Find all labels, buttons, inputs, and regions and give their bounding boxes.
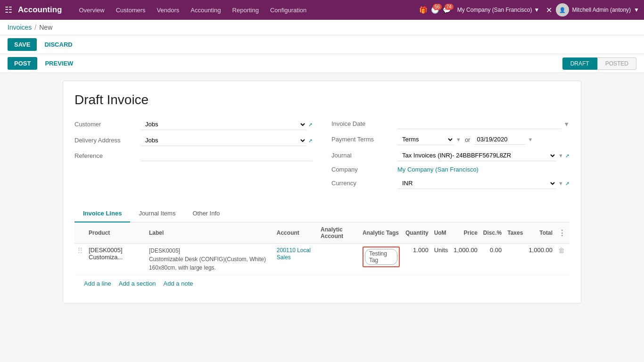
reference-label: Reference [74, 152, 140, 159]
delivery-value-wrap: Jobs ➚ [140, 135, 313, 146]
td-total: 1,000.00 [526, 244, 555, 275]
journal-external-link-icon[interactable]: ➚ [565, 153, 570, 159]
nav-reporting[interactable]: Reporting [228, 5, 264, 16]
nav-accounting[interactable]: Accounting [186, 5, 225, 16]
td-account[interactable]: 200110 Local Sales [274, 244, 318, 275]
add-line-link[interactable]: Add a line [84, 280, 111, 287]
th-drag [74, 222, 86, 244]
journal-label: Journal [331, 152, 397, 159]
timer-badge: 56 [433, 4, 442, 10]
invoice-date-input[interactable] [397, 119, 561, 129]
th-actions: ⋮ [555, 222, 570, 244]
payment-terms-select[interactable]: Terms [397, 134, 454, 145]
company-value[interactable]: My Company (San Francisco) [397, 166, 479, 173]
product-label-text: [DESK0005] Customizable Desk (CONFIG)(Cu… [149, 247, 271, 272]
form-left: Customer Jobs ➚ Delivery Address Jobs [74, 119, 313, 194]
preview-button[interactable]: PREVIEW [41, 57, 77, 70]
td-disc[interactable]: 0.00 [480, 244, 504, 275]
td-product[interactable]: [DESK0005] Customiza... [86, 244, 146, 275]
chat-icon[interactable]: 💬 74 [443, 6, 451, 14]
status-bar: POST PREVIEW DRAFT POSTED [0, 54, 644, 73]
company-selector[interactable]: My Company (San Francisco) ▼ [454, 7, 543, 13]
nav-overview[interactable]: Overview [74, 5, 109, 16]
avatar: 👤 [556, 3, 569, 16]
company-name: My Company (San Francisco) [457, 7, 532, 13]
delivery-external-link-icon[interactable]: ➚ [308, 138, 313, 144]
table-header-row: Product Label Account Analytic Account A… [74, 222, 570, 244]
invoice-date-chevron-icon: ▼ [563, 121, 570, 128]
td-label[interactable]: [DESK0005] Customizable Desk (CONFIG)(Cu… [146, 244, 274, 275]
apps-grid-icon[interactable]: ☷ [5, 5, 12, 15]
customer-row: Customer Jobs ➚ [74, 119, 313, 130]
analytic-tag-badge[interactable]: Testing Tag [365, 249, 397, 265]
td-price[interactable]: 1,000.00 [451, 244, 480, 275]
nav-customers[interactable]: Customers [111, 5, 150, 16]
payment-terms-wrap: Terms ▼ or ▼ [397, 134, 570, 145]
journal-wrap: Tax Invoices (INR)- 24BBBFF5679L8ZR ▼ ➚ [397, 150, 570, 161]
uom-value: Units [434, 247, 448, 254]
customer-external-link-icon[interactable]: ➚ [308, 122, 313, 128]
delete-row-icon[interactable]: 🗑 [558, 247, 565, 254]
td-analytic-tags[interactable]: Testing Tag [360, 244, 403, 275]
add-note-link[interactable]: Add a note [164, 280, 193, 287]
price-value: 1,000.00 [454, 247, 478, 254]
status-draft[interactable]: DRAFT [562, 58, 597, 70]
invoice-title: Draft Invoice [74, 92, 570, 107]
th-account: Account [274, 222, 318, 244]
journal-chevron-icon: ▼ [558, 153, 563, 158]
analytic-tags-highlight: Testing Tag [363, 247, 400, 267]
product-name: [DESK0005] Customiza... [89, 247, 123, 261]
currency-wrap: INR ▼ ➚ [397, 178, 570, 189]
nav-vendors[interactable]: Vendors [152, 5, 184, 16]
drag-handle-icon[interactable]: ⠿ [77, 247, 83, 255]
action-bar: SAVE DISCARD [0, 35, 644, 54]
form-section: Customer Jobs ➚ Delivery Address Jobs [74, 119, 570, 194]
tab-other-info[interactable]: Other Info [184, 205, 228, 222]
timer-icon[interactable]: 🕐 56 [431, 6, 439, 14]
add-section-link[interactable]: Add a section [119, 280, 156, 287]
payment-terms-chevron-icon: ▼ [456, 137, 461, 142]
delivery-label: Delivery Address [74, 137, 140, 144]
delivery-select[interactable]: Jobs [140, 135, 306, 146]
td-delete[interactable]: 🗑 [555, 244, 570, 275]
th-total: Total [526, 222, 555, 244]
reference-input[interactable] [140, 151, 313, 161]
nav-configuration[interactable]: Configuration [265, 5, 311, 16]
user-name: Mitchell Admin (antony) [572, 7, 631, 13]
close-icon[interactable]: ✕ [546, 6, 552, 15]
user-menu[interactable]: 👤 Mitchell Admin (antony) ▼ [556, 3, 639, 16]
post-button[interactable]: POST [8, 57, 37, 70]
currency-select[interactable]: INR [397, 178, 556, 189]
tab-journal-items[interactable]: Journal Items [130, 205, 184, 222]
tab-invoice-lines[interactable]: Invoice Lines [74, 205, 130, 222]
th-analytic-tags: Analytic Tags [360, 222, 403, 244]
payment-terms-date-input[interactable] [474, 134, 526, 145]
company-row: Company My Company (San Francisco) [331, 166, 570, 173]
th-disc: Disc.% [480, 222, 504, 244]
currency-label: Currency [331, 180, 397, 187]
td-taxes[interactable] [504, 244, 526, 275]
journal-select[interactable]: Tax Invoices (INR)- 24BBBFF5679L8ZR [397, 150, 556, 161]
td-analytic-account[interactable] [318, 244, 360, 275]
journal-row: Journal Tax Invoices (INR)- 24BBBFF5679L… [331, 150, 570, 161]
add-links: Add a line Add a section Add a note [84, 275, 570, 292]
status-posted[interactable]: POSTED [597, 58, 636, 70]
discard-button[interactable]: DISCARD [41, 38, 76, 51]
gift-icon[interactable]: 🎁 [419, 6, 427, 14]
invoice-date-label: Invoice Date [331, 120, 397, 127]
right-icons: 🎁 🕐 56 💬 74 My Company (San Francisco) ▼… [419, 3, 639, 16]
breadcrumb: Invoices / New [0, 20, 644, 35]
customer-select[interactable]: Jobs [140, 119, 306, 130]
nav-links: Overview Customers Vendors Accounting Re… [74, 5, 416, 16]
form-right: Invoice Date ▼ Payment Terms Terms ▼ or [331, 119, 570, 194]
currency-external-link-icon[interactable]: ➚ [565, 181, 570, 187]
save-button[interactable]: SAVE [8, 38, 37, 51]
td-uom[interactable]: Units [431, 244, 451, 275]
column-options-icon[interactable]: ⋮ [558, 229, 566, 237]
td-quantity[interactable]: 1.000 [403, 244, 431, 275]
status-pills: DRAFT POSTED [562, 58, 636, 70]
breadcrumb-current: New [39, 24, 52, 31]
main-content: Draft Invoice Customer Jobs ➚ Delivery A… [0, 73, 644, 358]
breadcrumb-parent[interactable]: Invoices [8, 24, 32, 31]
tabs: Invoice Lines Journal Items Other Info [74, 205, 570, 222]
